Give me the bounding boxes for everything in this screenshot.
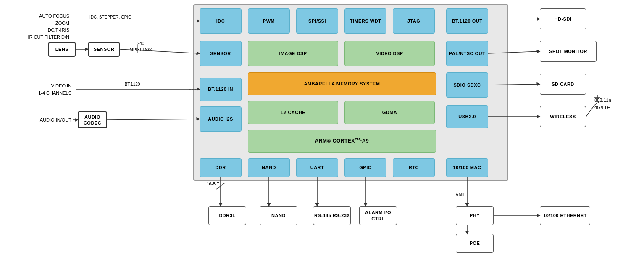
ethernet-block: 10/100 ETHERNET	[540, 206, 590, 225]
rtc-block: RTC	[393, 158, 435, 177]
l2-cache-block: L2 CACHE	[248, 101, 338, 124]
arm-text: ARM® CORTEXTM-A9	[315, 138, 369, 145]
mac-block: 10/100 MAC	[446, 158, 488, 177]
poe-block: POE	[456, 234, 494, 253]
bt1120-in-block: BT.1120 IN	[200, 78, 242, 101]
audio-i2s-block: AUDIO I2S	[200, 106, 242, 132]
gpio-block: GPIO	[344, 158, 386, 177]
memory-system-block: AMBARELLA MEMORY SYSTEM	[248, 72, 436, 95]
sdio-block: SDIO SDXC	[446, 72, 488, 98]
timers-block: TIMERS WDT	[344, 8, 386, 34]
nand-block: NAND	[248, 158, 290, 177]
hd-sdi-block: HD-SDI	[540, 8, 586, 29]
video-in-label: VIDEO IN 1-4 CHANNELS	[13, 82, 71, 96]
audio-codec-block: AUDIO CODEC	[78, 111, 107, 128]
audio-inout-label: AUDIO IN/OUT	[17, 117, 71, 123]
ddr-block: DDR	[200, 158, 242, 177]
bt1120-out-block: BT.1120 OUT	[446, 8, 488, 34]
arm-cortex-block: ARM® CORTEXTM-A9	[248, 130, 436, 153]
rs485-block: RS-485 RS-232	[313, 206, 351, 225]
lens-block: LENS	[48, 42, 76, 57]
idc-block: IDC	[200, 8, 242, 34]
sd-card-block: SD CARD	[540, 74, 586, 95]
mpixels-label: 240 MPIXELS/S	[124, 40, 158, 53]
ddr3l-block: DDR3L	[208, 206, 246, 225]
block-diagram: IDC PWM SPI/SSI TIMERS WDT JTAG BT.1120 …	[0, 0, 644, 257]
spot-monitor-block: SPOT MONITOR	[540, 41, 597, 62]
pal-ntsc-block: PAL/NTSC OUT	[446, 41, 488, 66]
idc-stepper-label: IDC, STEPPER, GPIO	[75, 14, 146, 20]
bt1120-label: BT.1120	[116, 81, 149, 87]
autofocus-label: AUTO FOCUS ZOOM DC/P-IRIS IR CUT FILTER …	[4, 13, 69, 40]
alarm-block: ALARM I/O CTRL	[359, 206, 397, 225]
sensor-ext-block: SENSOR	[88, 42, 120, 57]
wireless-block: WIRELESS	[540, 106, 586, 127]
bit16-label: 16-BIT	[194, 181, 219, 187]
jtag-block: JTAG	[393, 8, 435, 34]
pwm-block: PWM	[248, 8, 290, 34]
svg-line-6	[107, 119, 200, 120]
uart-block: UART	[296, 158, 338, 177]
rmii-label: RMII	[445, 191, 475, 198]
wifi-label: 802.11n 4G/LTE	[594, 97, 636, 111]
phy-block: PHY	[456, 206, 494, 225]
svg-line-11	[586, 105, 594, 117]
nand-ext-block: NAND	[260, 206, 297, 225]
video-dsp-block: VIDEO DSP	[344, 41, 435, 66]
usb-block: USB2.0	[446, 105, 488, 128]
gdma-block: GDMA	[344, 101, 435, 124]
image-dsp-block: IMAGE DSP	[248, 41, 338, 66]
sensor-chip-block: SENSOR	[200, 41, 242, 66]
spi-block: SPI/SSI	[296, 8, 338, 34]
